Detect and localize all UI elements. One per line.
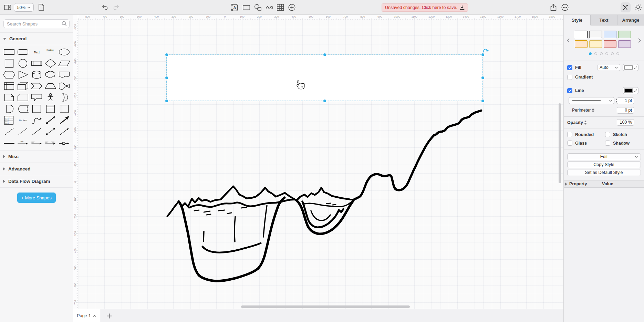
fill-color-button[interactable] — [623, 64, 638, 71]
shape-card[interactable] — [16, 92, 30, 103]
shape-cloud[interactable] — [43, 69, 57, 80]
style-preset-1[interactable] — [589, 31, 602, 38]
shape-diamond[interactable] — [43, 58, 57, 69]
sketch-checkbox[interactable] — [605, 132, 610, 137]
style-preset-0[interactable] — [575, 31, 588, 38]
theme-icon[interactable] — [634, 3, 642, 11]
shape-document[interactable] — [57, 69, 71, 80]
shape-step[interactable] — [30, 80, 43, 92]
shape-label-arrow[interactable]: Label — [16, 138, 30, 147]
shape-process[interactable] — [30, 58, 43, 69]
shape-trapezoid[interactable] — [43, 80, 57, 92]
copy-style-button[interactable]: Copy Style — [567, 161, 641, 168]
style-preset-4[interactable] — [575, 40, 588, 48]
fill-mode-select[interactable]: Auto — [597, 64, 620, 71]
fill-checkbox[interactable] — [567, 65, 572, 70]
shape-rounded-rectangle[interactable] — [16, 46, 30, 58]
presets-next-icon[interactable] — [637, 37, 642, 44]
toggle-panels-icon[interactable] — [4, 5, 11, 10]
section-data-flow-diagram[interactable]: Data Flow Diagram — [0, 175, 73, 187]
shape-or[interactable] — [57, 92, 71, 103]
shape-tape[interactable] — [57, 80, 71, 92]
add-page-button[interactable] — [103, 309, 115, 322]
style-preset-7[interactable] — [618, 40, 631, 48]
shape-source-target-label-arrow[interactable] — [43, 138, 57, 147]
shape-curve[interactable] — [30, 114, 43, 126]
shape-square[interactable] — [2, 58, 16, 69]
shape-ellipse[interactable] — [57, 46, 71, 58]
shape-text[interactable]: Text — [30, 46, 43, 58]
line-checkbox[interactable] — [567, 88, 572, 93]
shape-list[interactable]: ListItem 1Item 2Item 3 — [2, 114, 16, 126]
selected-shape[interactable] — [167, 55, 483, 101]
shape-dotted-line[interactable] — [16, 126, 30, 137]
style-preset-5[interactable] — [589, 40, 602, 48]
page-tab[interactable]: Page-1 — [73, 309, 100, 322]
shape-source-label-arrow[interactable] — [30, 138, 43, 147]
shape-line[interactable] — [30, 126, 43, 137]
insert-more-icon[interactable] — [288, 4, 295, 11]
shape-horizontal-container[interactable] — [57, 103, 71, 114]
shape-box-arrow[interactable] — [57, 138, 71, 147]
shape-dashed-line[interactable] — [2, 126, 16, 137]
more-shapes-button[interactable]: + More Shapes — [17, 193, 56, 203]
shape-parallelogram[interactable] — [57, 58, 71, 69]
tab-style[interactable]: Style — [564, 15, 591, 25]
opacity-stepper[interactable] — [584, 121, 587, 125]
freehand-tool-icon[interactable] — [266, 5, 273, 10]
tab-text[interactable]: Text — [591, 15, 617, 25]
shape-list-item[interactable]: List Item — [16, 114, 30, 126]
shape-vertical-container[interactable] — [43, 103, 57, 114]
preset-page-dot-1[interactable] — [594, 52, 597, 55]
opacity-input[interactable]: 100 % — [617, 119, 634, 126]
horizontal-scrollbar[interactable] — [241, 305, 410, 308]
shape-note[interactable] — [2, 92, 16, 103]
glass-checkbox[interactable] — [567, 141, 572, 146]
glass-toggle[interactable]: Glass — [567, 141, 605, 146]
shape-container[interactable] — [30, 103, 43, 114]
shape-link[interactable] — [2, 138, 16, 147]
shadow-checkbox[interactable] — [605, 141, 610, 146]
shape-rectangle[interactable] — [2, 46, 16, 58]
shape-and[interactable] — [2, 103, 16, 114]
line-width-input[interactable]: 1 pt — [617, 97, 634, 104]
preset-page-dot-0[interactable] — [589, 52, 592, 55]
shape-bidirectional-connector[interactable] — [43, 126, 57, 137]
shape-triangle[interactable] — [16, 69, 30, 80]
insert-rectangle-icon[interactable] — [243, 5, 250, 10]
perimeter-input[interactable]: 0 pt — [617, 107, 634, 114]
shape-heading[interactable]: Heading — [43, 46, 57, 58]
zoom-dropdown[interactable]: 50% — [14, 3, 34, 12]
preset-page-dot-4[interactable] — [611, 52, 614, 55]
section-advanced[interactable]: Advanced — [0, 163, 73, 175]
undo-icon[interactable] — [102, 4, 108, 10]
unsaved-changes-button[interactable]: Unsaved changes. Click here to save. — [382, 3, 468, 12]
shape-hexagon[interactable] — [2, 69, 16, 80]
diagram-canvas[interactable]: -800-700-600-500-400-300-200-10001002003… — [73, 15, 563, 309]
share-icon[interactable] — [550, 4, 557, 11]
shape-internal-storage[interactable] — [2, 80, 16, 92]
shape-callout[interactable] — [30, 92, 43, 103]
insert-shape-icon[interactable] — [254, 4, 262, 11]
rotate-handle[interactable] — [484, 49, 489, 52]
section-misc[interactable]: Misc — [0, 150, 73, 163]
shadow-toggle[interactable]: Shadow — [605, 141, 644, 146]
redo-icon[interactable] — [113, 4, 120, 10]
preset-page-dot-2[interactable] — [600, 52, 603, 55]
set-default-style-button[interactable]: Set as Default Style — [567, 169, 641, 176]
section-general[interactable]: General — [0, 32, 73, 45]
line-style-select[interactable] — [569, 97, 614, 104]
search-shapes-input[interactable] — [3, 19, 70, 28]
perimeter-stepper[interactable] — [592, 108, 594, 112]
shape-cube[interactable] — [16, 80, 30, 92]
sketch-toggle[interactable]: Sketch — [605, 132, 644, 137]
style-preset-6[interactable] — [604, 40, 616, 48]
gradient-checkbox[interactable] — [567, 75, 572, 80]
presets-prev-icon[interactable] — [566, 37, 571, 44]
rounded-checkbox[interactable] — [567, 132, 572, 137]
shape-directional-connector[interactable] — [57, 126, 71, 137]
shape-actor[interactable] — [43, 92, 57, 103]
line-color-button[interactable] — [623, 87, 638, 94]
shape-arrow[interactable] — [57, 114, 71, 126]
shape-data-storage[interactable] — [16, 103, 30, 114]
